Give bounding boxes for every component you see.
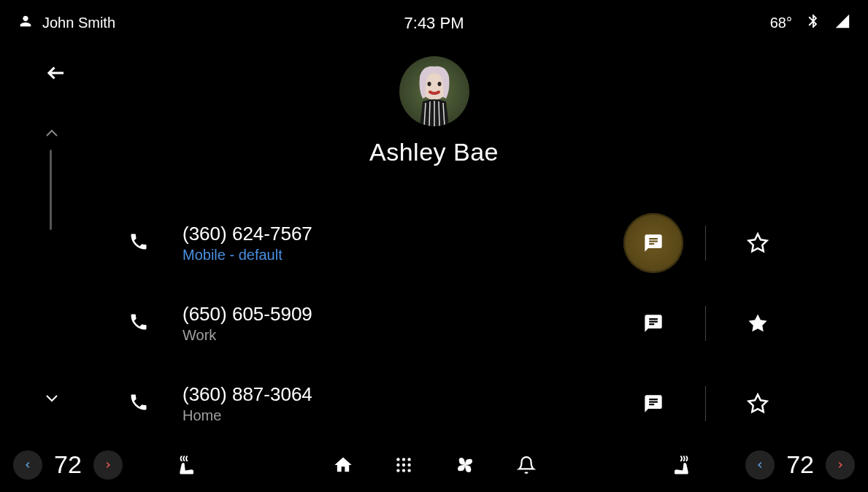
svg-point-14 (402, 458, 404, 461)
right-temp-control: 72 (745, 450, 855, 480)
svg-marker-10 (749, 234, 767, 252)
outside-temperature: 68° (770, 15, 792, 31)
phone-label: Work (183, 327, 623, 344)
phone-number: (360) 887-3064 (183, 383, 623, 406)
favorite-button[interactable] (728, 293, 788, 353)
phone-list: (360) 624-7567 Mobile - default (650) 60… (0, 166, 868, 444)
svg-point-3 (427, 82, 431, 86)
phone-info[interactable]: (360) 887-3064 Home (183, 383, 623, 424)
svg-point-18 (407, 463, 410, 466)
phone-row: (360) 624-7567 Mobile - default (0, 203, 868, 283)
svg-point-15 (407, 458, 410, 461)
status-left: John Smith (18, 13, 115, 33)
contact-detail-view: Ashley Bae (360) 624-7567 Mobile - defau… (0, 40, 868, 438)
status-bar: John Smith 7:43 PM 68° (0, 0, 868, 40)
back-button[interactable] (45, 62, 67, 87)
notifications-button[interactable] (517, 456, 536, 474)
divider (705, 226, 706, 261)
left-temp-up-button[interactable] (93, 450, 123, 480)
bluetooth-icon[interactable] (805, 13, 821, 33)
phone-row: (360) 887-3064 Home (0, 364, 868, 444)
user-icon (18, 13, 34, 33)
home-button[interactable] (333, 455, 353, 475)
contact-name: Ashley Bae (369, 138, 499, 166)
phone-label: Home (183, 407, 623, 424)
message-button[interactable] (623, 293, 683, 353)
divider (705, 386, 706, 421)
phone-icon[interactable] (128, 231, 149, 255)
avatar[interactable] (399, 56, 469, 126)
right-temp-up-button[interactable] (826, 450, 855, 480)
phone-info[interactable]: (360) 624-7567 Mobile - default (183, 223, 623, 264)
svg-line-6 (429, 101, 430, 126)
svg-point-4 (437, 82, 441, 86)
phone-icon[interactable] (128, 312, 149, 335)
fan-button[interactable] (454, 454, 476, 476)
phone-icon[interactable] (128, 392, 149, 415)
phone-label: Mobile - default (183, 247, 623, 264)
right-temp-value: 72 (782, 450, 818, 479)
svg-point-19 (396, 469, 399, 472)
message-button[interactable] (623, 213, 683, 273)
status-right: 68° (770, 13, 850, 33)
nav-center (333, 454, 536, 476)
svg-line-8 (439, 101, 439, 126)
svg-marker-11 (749, 315, 767, 332)
user-name[interactable]: John Smith (42, 15, 115, 31)
bottom-nav: 72 72 (0, 437, 868, 492)
phone-number: (360) 624-7567 (183, 223, 623, 245)
right-seat-heater-button[interactable] (671, 454, 693, 476)
divider (705, 306, 706, 341)
phone-row: (650) 605-5909 Work (0, 283, 868, 364)
left-temp-down-button[interactable] (13, 450, 42, 480)
svg-point-17 (402, 463, 404, 466)
apps-button[interactable] (394, 456, 413, 474)
left-seat-heater-button[interactable] (175, 454, 197, 476)
favorite-button[interactable] (728, 374, 788, 434)
svg-point-20 (402, 469, 404, 472)
left-temp-value: 72 (50, 450, 86, 479)
phone-number: (650) 605-5909 (183, 303, 623, 326)
left-temp-control: 72 (13, 450, 123, 480)
favorite-button[interactable] (728, 213, 788, 273)
svg-point-16 (396, 463, 399, 466)
scroll-down-button[interactable] (45, 392, 58, 405)
svg-marker-12 (749, 395, 767, 412)
phone-info[interactable]: (650) 605-5909 Work (183, 303, 623, 344)
contact-header: Ashley Bae (0, 40, 868, 166)
message-button[interactable] (623, 374, 683, 434)
right-temp-down-button[interactable] (745, 450, 775, 480)
scroll-track[interactable] (50, 150, 52, 230)
svg-point-21 (407, 469, 410, 472)
scroll-up-button[interactable] (45, 128, 58, 141)
svg-point-13 (396, 458, 399, 461)
signal-icon (834, 13, 850, 33)
clock: 7:43 PM (404, 14, 464, 33)
